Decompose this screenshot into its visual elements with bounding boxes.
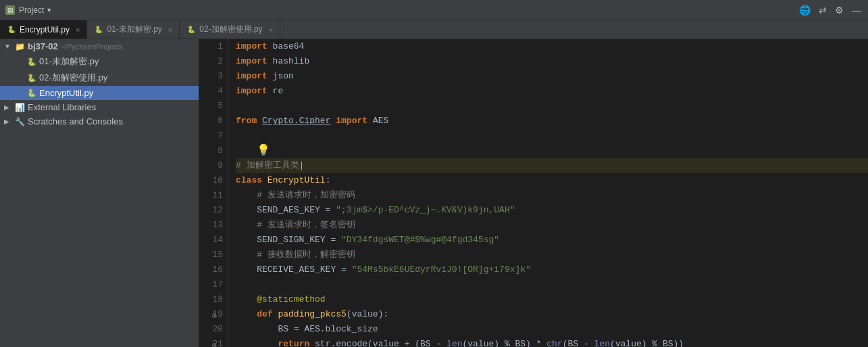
code-line-19: def padding_pkcs5(value): bbox=[236, 307, 868, 322]
code-content: 1 2 3 4 5 6 7 8 9 10 11 12 13 14 15 16 1… bbox=[199, 39, 868, 347]
project-icon: ▤ bbox=[5, 5, 15, 15]
code-line-3: import json bbox=[236, 69, 868, 84]
tab-close-encrypted[interactable]: × bbox=[269, 26, 273, 34]
code-line-5 bbox=[236, 99, 868, 114]
folder-icon: 📁 bbox=[15, 42, 25, 51]
transfer-icon[interactable]: ⇄ bbox=[817, 3, 828, 17]
ln-4: 4 bbox=[199, 84, 223, 99]
py-file-icon-3: 🐍 bbox=[27, 89, 36, 97]
py-icon-2: 🐍 bbox=[94, 25, 103, 34]
line-numbers: 1 2 3 4 5 6 7 8 9 10 11 12 13 14 15 16 1… bbox=[199, 39, 229, 347]
tabs-bar: 🐍 EncryptUtil.py × 🐍 01-未加解密.py × 🐍 02-加… bbox=[0, 20, 868, 39]
sidebar-label-encryptutil: EncryptUtil.py bbox=[39, 88, 93, 98]
py-file-icon-2: 🐍 bbox=[27, 74, 36, 83]
gear-icon[interactable]: ⚙ bbox=[834, 3, 845, 17]
py-file-icon-1: 🐍 bbox=[27, 57, 36, 66]
ln-11: 11 bbox=[199, 188, 223, 203]
project-label: Project bbox=[19, 5, 44, 15]
code-line-7 bbox=[236, 129, 868, 143]
ln-18: 18 bbox=[199, 292, 223, 307]
code-line-4: import re bbox=[236, 84, 868, 99]
arrow-right-icon-2: ▶ bbox=[4, 118, 12, 125]
sidebar-item-file1[interactable]: 🐍 01-未加解密.py bbox=[0, 53, 199, 70]
tab-label-encryptutil: EncryptUtil.py bbox=[20, 25, 70, 34]
ln-3: 3 bbox=[199, 69, 223, 84]
py-icon: 🐍 bbox=[7, 25, 16, 34]
title-bar-left: ▤ Project ▼ bbox=[5, 5, 52, 15]
code-line-17 bbox=[236, 277, 868, 292]
scratch-icon: 🔧 bbox=[15, 117, 25, 126]
sidebar-item-ext-lib[interactable]: ▶ 📊 External Libraries bbox=[0, 100, 199, 114]
title-bar-icons: 🌐 ⇄ ⚙ — bbox=[798, 3, 863, 17]
tab-label-encrypted: 02-加解密使用.py bbox=[199, 24, 262, 35]
ln-17: 17 bbox=[199, 277, 223, 292]
ln-20: 20 bbox=[199, 322, 223, 337]
sidebar-label-file1: 01-未加解密.py bbox=[39, 55, 99, 68]
ln-14: 14 bbox=[199, 233, 223, 248]
tab-close-encryptutil[interactable]: × bbox=[76, 26, 80, 34]
sidebar-label-file2: 02-加解密使用.py bbox=[39, 72, 107, 84]
ln-1: 1 bbox=[199, 39, 223, 54]
ln-8: 8 bbox=[199, 143, 223, 158]
ln-9: 9 bbox=[199, 158, 223, 173]
code-line-11: # 发送请求时，加密密码 bbox=[236, 188, 868, 203]
ln-13: 13 bbox=[199, 218, 223, 233]
code-line-10: class EncryptUtil: bbox=[236, 173, 868, 188]
code-area: 1 2 3 4 5 6 7 8 9 10 11 12 13 14 15 16 1… bbox=[199, 39, 868, 347]
project-root-label: bj37-02 ~/PycharmProjects bbox=[28, 41, 123, 51]
ln-21: 21◷ bbox=[199, 337, 223, 347]
ln-7: 7 bbox=[199, 129, 223, 143]
arrow-right-icon: ▶ bbox=[4, 103, 12, 111]
ln-6: 6 bbox=[199, 114, 223, 129]
sidebar-item-scratches[interactable]: ▶ 🔧 Scratches and Consoles bbox=[0, 114, 199, 129]
minus-icon[interactable]: — bbox=[850, 3, 863, 17]
code-line-13: # 发送请求时，签名密钥 bbox=[236, 218, 868, 233]
sidebar-item-encryptutil[interactable]: 🐍 EncryptUtil.py bbox=[0, 86, 199, 100]
tab-encrypted[interactable]: 🐍 02-加解密使用.py × bbox=[180, 20, 280, 39]
sidebar-project-root[interactable]: ▼ 📁 bj37-02 ~/PycharmProjects bbox=[0, 39, 199, 53]
ln-16: 16 bbox=[199, 262, 223, 277]
tab-encryptutil[interactable]: 🐍 EncryptUtil.py × bbox=[0, 20, 87, 39]
arrow-down-icon: ▼ bbox=[4, 43, 12, 50]
ln-5: 5 bbox=[199, 99, 223, 114]
code-line-2: import hashlib bbox=[236, 54, 868, 69]
main-area: ▼ 📁 bj37-02 ~/PycharmProjects 🐍 01-未加解密.… bbox=[0, 39, 868, 347]
sidebar-label-scratches: Scratches and Consoles bbox=[28, 116, 123, 126]
sidebar: ▼ 📁 bj37-02 ~/PycharmProjects 🐍 01-未加解密.… bbox=[0, 39, 199, 347]
py-icon-3: 🐍 bbox=[186, 25, 196, 34]
code-line-14: SEND_SIGN_KEY = "DY34fdgsWET@#$%wg#@4fgd… bbox=[236, 233, 868, 248]
tab-unencrypted[interactable]: 🐍 01-未加解密.py × bbox=[87, 20, 180, 39]
code-editor[interactable]: import base64 import hashlib import json… bbox=[229, 39, 868, 347]
title-bar: ▤ Project ▼ 🌐 ⇄ ⚙ — bbox=[0, 0, 868, 20]
code-line-6: from Crypto.Cipher import AES bbox=[236, 114, 868, 129]
tab-label-unencrypted: 01-未加解密.py bbox=[107, 24, 161, 35]
code-line-16: RECEIVE_AES_KEY = "54Ms5bkE6UEdyrRviJ0![… bbox=[236, 262, 868, 277]
code-line-9: # 加解密工具类| bbox=[236, 158, 868, 173]
code-line-12: SEND_AES_KEY = ";3jm$>/p-ED^cVz_j~.KV&V)… bbox=[236, 203, 868, 218]
code-line-8: 💡 bbox=[236, 143, 868, 158]
ln-12: 12 bbox=[199, 203, 223, 218]
ln-10: 10 bbox=[199, 173, 223, 188]
code-line-1: import base64 bbox=[236, 39, 868, 54]
code-line-18: @staticmethod bbox=[236, 292, 868, 307]
ln-19: 19◷ bbox=[199, 307, 223, 322]
globe-icon[interactable]: 🌐 bbox=[798, 3, 812, 17]
sidebar-label-ext-lib: External Libraries bbox=[28, 102, 96, 112]
project-dropdown[interactable]: Project ▼ bbox=[19, 5, 52, 15]
lib-icon: 📊 bbox=[15, 103, 25, 112]
ln-2: 2 bbox=[199, 54, 223, 69]
dropdown-arrow: ▼ bbox=[46, 7, 52, 14]
code-line-21: return str.encode(value + (BS - len(valu… bbox=[236, 337, 868, 347]
ln-15: 15 bbox=[199, 248, 223, 262]
tab-close-unencrypted[interactable]: × bbox=[168, 26, 172, 34]
code-line-20: BS = AES.block_size bbox=[236, 322, 868, 337]
sidebar-item-file2[interactable]: 🐍 02-加解密使用.py bbox=[0, 70, 199, 86]
code-line-15: # 接收数据时，解密密钥 bbox=[236, 248, 868, 262]
